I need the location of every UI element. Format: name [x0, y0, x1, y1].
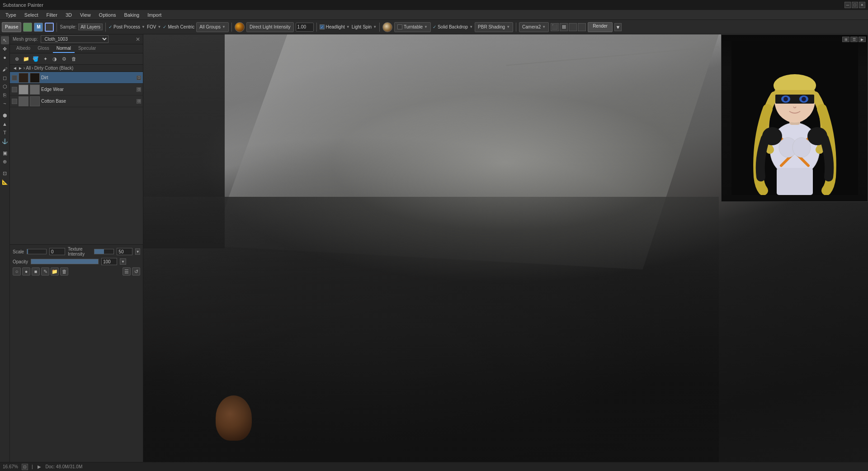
mesh-group-dropdown[interactable]: Cloth_1003: [41, 35, 108, 43]
add-folder-btn[interactable]: 📁: [22, 55, 30, 63]
sample-dropdown[interactable]: All Layers: [78, 24, 103, 30]
fill-tool-btn[interactable]: ⬡: [1, 82, 9, 90]
tool-reset-btn[interactable]: ↺: [132, 267, 140, 276]
add-layer-btn[interactable]: ⊕: [13, 55, 21, 63]
layer-visibility-dirt[interactable]: [12, 75, 17, 81]
transform-btn[interactable]: ⊕: [1, 157, 9, 166]
solid-backdrop-check[interactable]: ✓ Solid Backdrop ▼: [433, 24, 473, 29]
chevron-right-icon[interactable]: ►: [18, 66, 23, 71]
screenshot-btn[interactable]: [578, 23, 586, 31]
smear-tool-btn[interactable]: ~: [1, 100, 9, 108]
tool-list-btn[interactable]: ☰: [123, 267, 131, 276]
light-spin-check[interactable]: Light Spin ▼: [352, 24, 377, 29]
layer-expand-edgewear[interactable]: ⊡: [137, 87, 141, 92]
pbr-shading-btn[interactable]: PBR Shading ▼: [475, 22, 513, 32]
minimize-btn[interactable]: ─: [844, 2, 851, 8]
maximize-btn[interactable]: □: [852, 2, 858, 8]
tool-circle2-btn[interactable]: ●: [22, 267, 30, 276]
tool-folder-btn[interactable]: 📁: [51, 267, 59, 276]
menu-view[interactable]: View: [76, 11, 94, 19]
single-view-btn[interactable]: ⬛: [551, 23, 559, 31]
turntable-checkbox[interactable]: [397, 24, 402, 29]
material-icon[interactable]: M: [34, 23, 43, 32]
window-controls[interactable]: ─ □ ✕: [844, 2, 865, 8]
delete-layer-btn[interactable]: 🗑: [70, 55, 78, 63]
headlight-checkbox[interactable]: [320, 24, 325, 29]
layer-expand-dirt[interactable]: ⊡: [137, 76, 141, 80]
pause-button[interactable]: Pause: [2, 22, 21, 32]
menu-filter[interactable]: Filter: [42, 11, 61, 19]
selected-tool-icon[interactable]: [45, 23, 54, 32]
layer-item-cotton[interactable]: Cotton Base ⊡: [10, 95, 143, 107]
add-effect-btn[interactable]: ✦: [41, 55, 49, 63]
menu-baking[interactable]: Baking: [121, 11, 143, 19]
preview-list-btn[interactable]: ☰: [850, 37, 858, 42]
stamp-tool-btn[interactable]: ▣: [1, 149, 9, 157]
menu-import[interactable]: Import: [144, 11, 165, 19]
grid-view-btn[interactable]: [569, 23, 577, 31]
tab-albedo[interactable]: Albedo: [13, 44, 34, 53]
panel-close-btn[interactable]: ✕: [136, 36, 140, 43]
env-ball[interactable]: [382, 22, 392, 32]
tab-specular[interactable]: Specular: [75, 44, 99, 53]
preview-grid-btn[interactable]: ⊞: [842, 37, 849, 42]
breadcrumb-all[interactable]: All: [26, 66, 31, 71]
headlight-check[interactable]: Headlight ▼: [320, 24, 350, 29]
direct-light-value[interactable]: [296, 23, 314, 32]
tool-trash-btn[interactable]: 🗑: [60, 267, 68, 276]
camera2-btn[interactable]: Camera2 ▼: [519, 22, 549, 32]
select-tool-btn[interactable]: ↖: [1, 36, 9, 44]
play-btn[interactable]: ▶: [37, 464, 42, 470]
scale-input[interactable]: [49, 248, 65, 255]
opacity-slider[interactable]: [31, 259, 99, 264]
paint-tool-btn[interactable]: ●: [1, 53, 9, 62]
picker-btn[interactable]: ⊡: [1, 169, 9, 177]
anchor-tool-btn[interactable]: ⚓: [1, 137, 9, 145]
measure-btn[interactable]: 📐: [1, 178, 9, 186]
clone-tool-btn[interactable]: ⎘: [1, 91, 9, 99]
direct-light-btn[interactable]: Direct Light Intensity: [246, 22, 294, 32]
add-mask-btn[interactable]: ◑: [51, 55, 59, 63]
mesh-centric-check[interactable]: ✓ Mesh Centric: [163, 24, 194, 29]
layer-visibility-edgewear[interactable]: [12, 87, 17, 92]
split-view-btn[interactable]: ⊞: [560, 23, 568, 31]
fov-check[interactable]: FOV ▼: [147, 24, 161, 29]
move-tool-btn[interactable]: ✥: [1, 45, 9, 53]
tool-pen-btn[interactable]: ✎: [41, 267, 49, 276]
all-groups-dropdown[interactable]: All Groups ▼: [196, 22, 229, 32]
texture-input[interactable]: [117, 248, 132, 255]
opacity-input[interactable]: [101, 258, 117, 265]
layer-visibility-cotton[interactable]: [12, 99, 17, 104]
tab-gloss[interactable]: Gloss: [34, 44, 53, 53]
brush-tool-btn[interactable]: 🖌: [1, 65, 9, 73]
texture-options-btn[interactable]: ▼: [135, 248, 140, 255]
opacity-options-btn[interactable]: ▼: [120, 258, 126, 265]
texture-slider[interactable]: [94, 249, 114, 254]
scale-slider[interactable]: [27, 249, 47, 254]
tab-normal[interactable]: Normal: [53, 44, 75, 53]
turntable-btn[interactable]: Turntable ▼: [394, 22, 431, 32]
tool-square-btn[interactable]: ■: [32, 267, 40, 276]
close-btn[interactable]: ✕: [859, 2, 865, 8]
layer-settings-btn[interactable]: ⚙: [60, 55, 68, 63]
eraser-tool-btn[interactable]: ◻: [1, 74, 9, 82]
menu-select[interactable]: Select: [21, 11, 42, 19]
zoom-icon[interactable]: ⊡: [22, 464, 28, 470]
view-icon[interactable]: [23, 23, 32, 32]
menu-type[interactable]: Type: [2, 11, 20, 19]
menu-options[interactable]: Options: [95, 11, 120, 19]
layer-expand-cotton[interactable]: ⊡: [137, 99, 141, 104]
post-process-check[interactable]: ✓ Post Process ▼: [108, 24, 145, 29]
tool-circle-btn[interactable]: ○: [13, 267, 21, 276]
render-button[interactable]: Render: [588, 22, 613, 32]
preview-expand-btn[interactable]: ▶: [859, 37, 866, 42]
light-ball[interactable]: [235, 22, 245, 32]
geometry-brush-btn[interactable]: ⬢: [1, 111, 9, 119]
menu-3d[interactable]: 3D: [62, 11, 75, 19]
add-fill-btn[interactable]: 🪣: [32, 55, 40, 63]
text-tool-btn[interactable]: T: [1, 128, 9, 137]
layer-item-edgewear[interactable]: Edge Wear ⊡: [10, 84, 143, 95]
paint-bucket-btn[interactable]: ▲: [1, 120, 9, 128]
viewport[interactable]: ⊞ ☰ ▶: [143, 34, 868, 462]
layer-item-dirt[interactable]: Dirt ⊡: [10, 72, 143, 84]
